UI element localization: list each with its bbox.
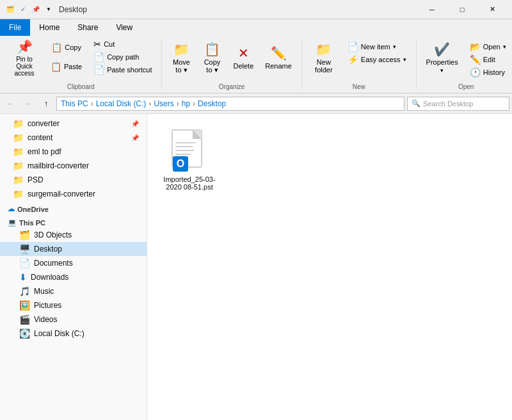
sidebar-item-downloads[interactable]: ⬇ Downloads <box>0 270 147 284</box>
paste-button[interactable]: 📋 Paste <box>46 58 86 76</box>
documents-icon: 📄 <box>19 258 30 268</box>
breadcrumb-this-pc[interactable]: This PC <box>61 99 88 108</box>
breadcrumb-local-disk[interactable]: Local Disk (C:) <box>96 99 147 108</box>
cut-button[interactable]: ✂ Cut <box>89 38 156 50</box>
sidebar-item-content[interactable]: 📁 content 📌 <box>0 131 147 145</box>
copy-path-button[interactable]: 📄 Copy path <box>89 51 156 63</box>
this-pc-icon: 💻 <box>8 218 17 227</box>
easy-access-button[interactable]: ⚡ Easy access ▾ <box>343 54 411 65</box>
new-item-icon: 📄 <box>348 42 358 52</box>
open-button[interactable]: 📂 Open ▾ <box>465 41 511 52</box>
breadcrumb-desktop[interactable]: Desktop <box>198 99 226 108</box>
quick-access-icon: ✓ <box>18 4 28 15</box>
new-item-button[interactable]: 📄 New item ▾ <box>343 41 411 52</box>
music-icon: 🎵 <box>19 286 30 296</box>
sidebar-item-desktop[interactable]: 🖥️ Desktop <box>0 242 147 256</box>
item-label: converter <box>28 119 60 128</box>
sidebar-item-pictures[interactable]: 🖼️ Pictures <box>0 298 147 312</box>
folder-icon: 📁 <box>13 118 24 129</box>
back-button[interactable]: ← <box>3 96 18 111</box>
history-icon: 🕐 <box>470 67 481 77</box>
pin-to-quick-access-button[interactable]: 📌 Pin to Quickaccess <box>5 38 44 77</box>
tab-view[interactable]: View <box>107 19 141 36</box>
svg-rect-3 <box>175 142 196 143</box>
ribbon-group-clipboard: 📌 Pin to Quickaccess 📋 Copy 📋 Paste ✂ Cu… <box>0 38 162 90</box>
breadcrumb-hp[interactable]: hp <box>182 99 190 108</box>
sidebar-onedrive[interactable]: ☁ OneDrive <box>0 201 147 214</box>
cut-icon: ✂ <box>93 39 101 49</box>
paste-shortcut-label: Paste shortcut <box>107 66 152 74</box>
address-bar[interactable]: This PC › Local Disk (C:) › Users › hp ›… <box>56 97 404 111</box>
paste-label: Paste <box>64 63 82 70</box>
app-icon: 🗂️ <box>5 4 15 15</box>
move-icon: 📁 <box>173 42 189 57</box>
sidebar-item-psd[interactable]: 📁 PSD <box>0 173 147 187</box>
desktop-icon: 🖥️ <box>19 244 30 254</box>
ribbon-group-open: ✔️ Properties ▾ 📂 Open ▾ ✏️ Edit 🕐 Histo… <box>417 38 512 90</box>
history-label: History <box>483 69 505 76</box>
item-label: Documents <box>34 259 73 268</box>
forward-button[interactable]: → <box>20 96 36 111</box>
item-label: Local Disk (C:) <box>34 329 84 338</box>
content-area: O Imported_25-03-2020 08-51.pst <box>147 114 512 420</box>
copy-to-label: Copyto ▾ <box>204 58 221 74</box>
file-label: Imported_25-03-2020 08-51.pst <box>163 175 215 191</box>
rename-button[interactable]: ✏️ Rename <box>260 38 296 77</box>
sidebar-item-music[interactable]: 🎵 Music <box>0 284 147 298</box>
ribbon-group-new: 📁 Newfolder 📄 New item ▾ ⚡ Easy access ▾… <box>302 38 417 90</box>
edit-icon: ✏️ <box>470 54 481 65</box>
onedrive-icon: ☁ <box>8 205 15 213</box>
paste-shortcut-button[interactable]: 📄 Paste shortcut <box>89 64 156 76</box>
copy-button[interactable]: 📋 Copy <box>46 38 86 56</box>
main-content: 📁 converter 📌 📁 content 📌 📁 eml to pdf 📁… <box>0 114 512 420</box>
folder-icon: 📁 <box>13 175 24 185</box>
close-button[interactable]: ✕ <box>477 0 507 19</box>
pin-indicator: 📌 <box>131 120 139 127</box>
window-controls: ─ □ ✕ <box>417 0 507 19</box>
tab-share[interactable]: Share <box>68 19 107 36</box>
delete-button[interactable]: ✕ Delete <box>228 38 258 77</box>
sidebar-item-mailbird-converter[interactable]: 📁 mailbird-converter <box>0 159 147 173</box>
open-label: Open <box>483 43 500 51</box>
new-folder-button[interactable]: 📁 Newfolder <box>307 38 340 77</box>
history-button[interactable]: 🕐 History <box>465 67 511 78</box>
sidebar-item-eml-to-pdf[interactable]: 📁 eml to pdf <box>0 145 147 159</box>
recent-icon: 📌 <box>31 4 41 15</box>
new-folder-label: Newfolder <box>315 58 333 74</box>
maximize-button[interactable]: □ <box>447 0 477 19</box>
sidebar-item-videos[interactable]: 🎬 Videos <box>0 312 147 327</box>
pin-label: Pin to Quickaccess <box>10 56 39 77</box>
copy-to-button[interactable]: 📋 Copyto ▾ <box>198 38 226 77</box>
cut-path-col: ✂ Cut 📄 Copy path 📄 Paste shortcut <box>89 38 156 76</box>
item-label: eml to pdf <box>28 147 61 156</box>
properties-icon: ✔️ <box>434 42 450 57</box>
search-placeholder: Search Desktop <box>423 100 473 108</box>
sidebar: 📁 converter 📌 📁 content 📌 📁 eml to pdf 📁… <box>0 114 147 420</box>
item-label: Desktop <box>34 245 62 254</box>
item-label: 3D Objects <box>34 230 72 239</box>
svg-rect-4 <box>175 146 193 147</box>
copy-icon: 📋 <box>51 42 62 52</box>
up-button[interactable]: ↑ <box>38 96 54 111</box>
sidebar-this-pc[interactable]: 💻 This PC <box>0 214 147 228</box>
tab-home[interactable]: Home <box>30 19 68 36</box>
tab-file[interactable]: File <box>0 19 30 36</box>
sidebar-item-3d-objects[interactable]: 🗂️ 3D Objects <box>0 228 147 242</box>
sidebar-item-surgemail-converter[interactable]: 📁 surgemail-converter <box>0 187 147 201</box>
minimize-button[interactable]: ─ <box>417 0 447 19</box>
breadcrumb-users[interactable]: Users <box>154 99 173 108</box>
sidebar-item-documents[interactable]: 📄 Documents <box>0 256 147 270</box>
open-edit-col: 📂 Open ▾ ✏️ Edit 🕐 History <box>465 41 511 78</box>
sidebar-item-converter[interactable]: 📁 converter 📌 <box>0 117 147 131</box>
edit-button[interactable]: ✏️ Edit <box>465 54 511 65</box>
sidebar-item-local-disk[interactable]: 💽 Local Disk (C:) <box>0 327 147 341</box>
search-bar[interactable]: 🔍 Search Desktop <box>407 97 509 111</box>
clipboard-content: 📌 Pin to Quickaccess 📋 Copy 📋 Paste ✂ Cu… <box>5 38 156 82</box>
properties-button[interactable]: ✔️ Properties ▾ <box>422 38 463 77</box>
new-item-label: New item <box>361 43 390 51</box>
file-item-pst[interactable]: O Imported_25-03-2020 08-51.pst <box>157 124 221 196</box>
open-content: ✔️ Properties ▾ 📂 Open ▾ ✏️ Edit 🕐 Histo… <box>422 38 511 82</box>
dropdown-arrow: ▼ <box>44 4 54 15</box>
copy-path-label: Copy path <box>107 53 139 61</box>
move-to-button[interactable]: 📁 Moveto ▾ <box>167 38 195 77</box>
